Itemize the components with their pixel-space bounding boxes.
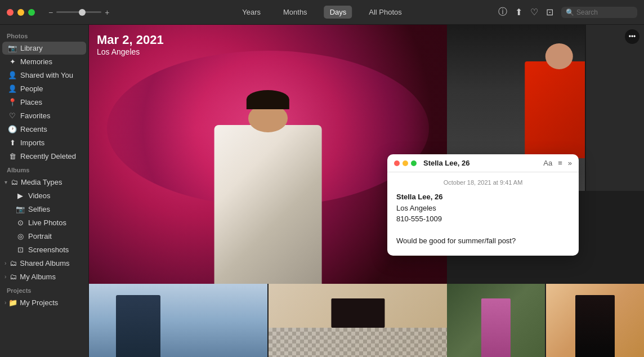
zoom-out-button[interactable]: − <box>48 8 53 17</box>
sidebar-item-selfies[interactable]: 📷 Selfies <box>2 203 86 216</box>
zoom-slider[interactable] <box>56 11 101 13</box>
note-note-text: Would be good for summer/fall post? <box>396 235 570 247</box>
maximize-button[interactable] <box>28 9 35 16</box>
media-types-label: Media Types <box>21 178 62 186</box>
sidebar-item-memories[interactable]: ✦ Memories <box>2 55 86 68</box>
sidebar-group-my-albums[interactable]: › 🗂 My Albums <box>1 270 87 283</box>
sidebar-item-library[interactable]: 📷 Library <box>2 42 86 55</box>
sidebar-item-screenshots[interactable]: ⊡ Screenshots <box>2 243 86 256</box>
my-projects-icon: 📁 <box>8 298 17 307</box>
note-titlebar: Stella Lee, 26 Aa ≡ » <box>387 154 579 172</box>
photo-date-text: Mar 2, 2021 <box>97 33 164 47</box>
videos-icon: ▶ <box>16 191 25 200</box>
selfies-icon: 📷 <box>16 205 25 213</box>
sidebar: Photos 📷 Library ✦ Memories 👤 Shared wit… <box>0 25 89 357</box>
shared-albums-icon: 🗂 <box>8 259 17 267</box>
live-photos-label: Live Photos <box>28 218 66 227</box>
sidebar-item-shared-with-you[interactable]: 👤 Shared with You <box>2 69 86 82</box>
bottom-photos <box>89 284 447 357</box>
sidebar-item-recently-deleted[interactable]: 🗑 Recently Deleted <box>2 150 86 163</box>
my-albums-label: My Albums <box>20 273 56 281</box>
people-label: People <box>20 84 43 93</box>
videos-label: Videos <box>28 191 51 200</box>
note-timestamp: October 18, 2021 at 9:41 AM <box>396 179 570 186</box>
places-icon: 📍 <box>8 98 17 106</box>
title-bar: − + Years Months Days All Photos ⓘ ⬆ ♡ ⊡… <box>0 0 644 25</box>
share-icon[interactable]: ⬆ <box>515 7 522 17</box>
chevron-right-icon2: › <box>5 274 6 280</box>
note-toolbar-icons: Aa ≡ » <box>543 159 572 167</box>
favorites-icon: ♡ <box>8 111 17 120</box>
note-close-button[interactable] <box>394 160 400 166</box>
search-input[interactable] <box>576 8 633 16</box>
sidebar-item-live-photos[interactable]: ⊙ Live Photos <box>2 216 86 229</box>
chevron-down-icon: ▾ <box>5 179 7 185</box>
zoom-in-button[interactable]: + <box>105 8 109 17</box>
sidebar-item-people[interactable]: 👤 People <box>2 82 86 95</box>
sidebar-item-videos[interactable]: ▶ Videos <box>2 189 86 202</box>
library-label: Library <box>20 44 43 52</box>
recents-label: Recents <box>20 125 47 133</box>
crop-icon[interactable]: ⊡ <box>546 7 553 17</box>
shared-albums-label: Shared Albums <box>20 259 69 267</box>
note-body: October 18, 2021 at 9:41 AM Stella Lee, … <box>387 172 579 256</box>
portrait-label: Portrait <box>28 232 52 240</box>
tab-all-photos[interactable]: All Photos <box>363 6 408 19</box>
bottom-right-photo-2[interactable] <box>546 284 644 357</box>
sidebar-group-media-types[interactable]: ▾ 🗂 Media Types <box>1 176 87 189</box>
shared-with-you-icon: 👤 <box>8 71 17 79</box>
note-content: Stella Lee, 26 Los Angeles 810-555-1009 … <box>396 191 570 247</box>
window-controls <box>7 9 35 16</box>
photo-date: Mar 2, 2021 Los Angeles <box>97 33 164 56</box>
bottom-right-photo-1[interactable] <box>447 284 545 357</box>
shared-with-you-label: Shared with You <box>20 71 73 79</box>
bottom-photo-2[interactable] <box>269 284 447 357</box>
main-layout: Photos 📷 Library ✦ Memories 👤 Shared wit… <box>0 25 644 357</box>
my-albums-icon: 🗂 <box>8 273 17 281</box>
info-icon[interactable]: ⓘ <box>498 6 507 18</box>
tab-months[interactable]: Months <box>278 6 313 19</box>
imports-icon: ⬆ <box>8 139 17 147</box>
portrait-icon: ◎ <box>16 232 25 240</box>
note-expand-icon[interactable]: » <box>568 159 572 167</box>
photos-section-label: Photos <box>0 29 88 41</box>
note-window-controls <box>394 160 417 166</box>
close-button[interactable] <box>7 9 14 16</box>
heart-icon[interactable]: ♡ <box>530 7 538 17</box>
selfies-label: Selfies <box>28 205 50 213</box>
search-box[interactable]: 🔍 <box>561 7 637 18</box>
sidebar-group-shared-albums[interactable]: › 🗂 Shared Albums <box>1 257 87 270</box>
note-phone: 810-555-1009 <box>396 213 570 225</box>
places-label: Places <box>20 98 42 106</box>
search-icon: 🔍 <box>566 8 574 16</box>
sidebar-item-recents[interactable]: 🕐 Recents <box>2 123 86 136</box>
bottom-photo-1[interactable] <box>89 284 267 357</box>
projects-section-label: Projects <box>0 284 88 296</box>
tab-days[interactable]: Days <box>324 6 352 19</box>
sidebar-group-my-projects[interactable]: › 📁 My Projects <box>1 296 87 309</box>
favorites-label: Favorites <box>20 111 50 120</box>
note-font-icon[interactable]: Aa <box>543 159 552 167</box>
note-minimize-button[interactable] <box>402 160 408 166</box>
sidebar-item-portrait[interactable]: ◎ Portrait <box>2 230 86 243</box>
people-icon: 👤 <box>8 84 17 93</box>
recents-icon: 🕐 <box>8 125 17 133</box>
checkerboard-pattern <box>269 328 447 357</box>
sidebar-item-places[interactable]: 📍 Places <box>2 96 86 109</box>
note-list-icon[interactable]: ≡ <box>558 159 562 167</box>
screenshots-label: Screenshots <box>28 246 69 254</box>
photo-location-text: Los Angeles <box>97 47 164 56</box>
note-person-name: Stella Lee, 26 <box>396 191 570 203</box>
toolbar-right: ⓘ ⬆ ♡ ⊡ 🔍 <box>498 6 637 18</box>
media-types-icon: 🗂 <box>10 178 19 186</box>
library-icon: 📷 <box>8 44 17 52</box>
recently-deleted-label: Recently Deleted <box>20 152 76 160</box>
tab-years[interactable]: Years <box>236 6 266 19</box>
more-options-button[interactable]: ••• <box>625 29 639 44</box>
sidebar-item-favorites[interactable]: ♡ Favorites <box>2 109 86 122</box>
note-maximize-button[interactable] <box>411 160 417 166</box>
note-city: Los Angeles <box>396 203 570 214</box>
minimize-button[interactable] <box>17 9 24 16</box>
note-popup: Stella Lee, 26 Aa ≡ » October 18, 2021 a… <box>387 154 579 256</box>
sidebar-item-imports[interactable]: ⬆ Imports <box>2 136 86 149</box>
